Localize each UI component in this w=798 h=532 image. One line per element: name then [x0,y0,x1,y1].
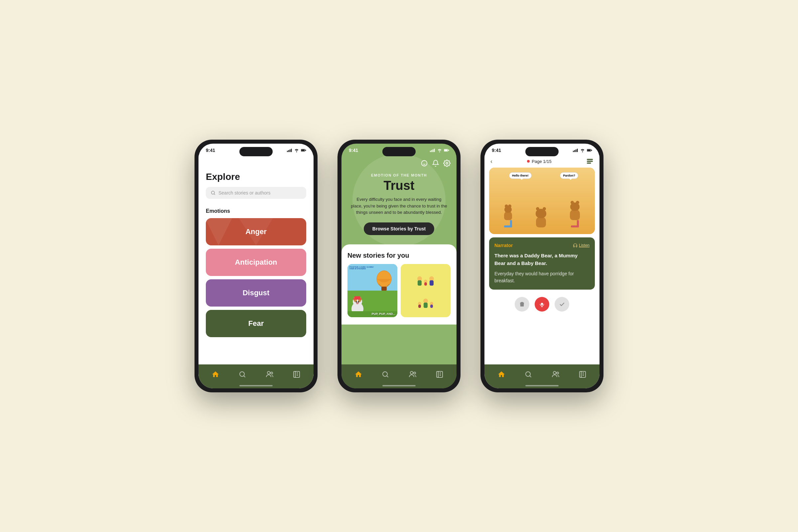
emotion-month-label: EMOTION OF THE MONTH [341,173,457,177]
book-icon-2 [436,370,443,378]
svg-point-47 [541,303,543,305]
trust-description: Every difficulty you face and in every w… [341,196,457,216]
trust-main: EMOTION OF THE MONTH Trust Every difficu… [341,173,457,235]
svg-rect-32 [353,299,362,300]
svg-rect-1 [288,150,289,152]
back-button[interactable]: ‹ [491,158,492,165]
main-bear-body [536,217,546,227]
nav-book-3[interactable] [578,370,587,378]
signal-icon-1 [287,148,292,152]
search-nav-icon-1 [239,370,246,378]
narrator-header: Narrator Listen [494,243,590,248]
search-icon-1 [210,190,216,195]
bell-icon-2[interactable] [432,159,439,167]
svg-rect-44 [587,159,593,160]
nav-search-3[interactable] [524,370,532,378]
nav-home-2[interactable] [355,370,362,378]
dynamic-island-3 [525,147,558,156]
next-button[interactable] [555,297,569,311]
nav-home-1[interactable] [211,370,220,378]
battery-icon-1 [301,148,306,152]
nav-bar-2 [341,364,457,388]
battery-icon-2 [444,148,449,152]
mic-icon [539,301,545,307]
emotion-card-fear[interactable]: Fear [206,310,306,337]
main-bear [536,209,546,227]
story-cards-row: POSTER CARD GAME! OVER 30 STICKERS! [347,264,451,317]
listen-button[interactable]: Listen [573,243,590,248]
record-button[interactable] [535,297,549,311]
search-placeholder-1: Search stories or authors [218,190,270,195]
figure-6 [430,302,433,308]
explore-title: Explore [206,172,306,182]
main-bear-head [536,209,546,218]
red-chair-bear-head [570,203,580,211]
home-indicator-2 [382,385,416,386]
svg-rect-40 [577,149,578,152]
nav-book-1[interactable] [292,370,301,378]
people-icon-3 [552,370,559,378]
small-bear [504,206,512,220]
figure-5 [423,299,428,308]
nav-home-3[interactable] [497,370,506,378]
emotion-icon-2[interactable] [421,159,428,167]
status-time-1: 9:41 [206,148,215,153]
search-nav-icon-3 [524,370,532,378]
nav-search-1[interactable] [239,370,246,378]
nav-people-2[interactable] [408,370,417,378]
svg-rect-18 [448,150,449,151]
svg-point-30 [356,302,359,304]
white-section: New stories for you POSTER CARD GAME! OV… [341,244,457,324]
status-icons-3 [573,148,592,152]
previous-button[interactable] [515,297,529,311]
status-icons-1 [287,148,306,152]
emotion-label-anticipation: Anticipation [235,258,277,267]
phone3-main: Narrator Listen There was a Daddy Bear, … [484,234,600,314]
nav-search-2[interactable] [381,370,390,378]
svg-rect-42 [587,149,590,151]
emotion-card-disgust[interactable]: Disgust [206,279,306,307]
reader-menu-icon[interactable] [586,158,593,165]
book2-illustration [401,264,451,317]
reader-controls [484,293,600,314]
story-card-1[interactable]: POSTER CARD GAME! OVER 30 STICKERS! [347,264,397,317]
home-indicator-1 [240,385,273,386]
browse-stories-button[interactable]: Browse Stories by Trust [364,223,434,235]
nav-bar-1 [198,364,314,388]
gear-icon-2[interactable] [443,159,451,167]
characters-row-2 [418,299,433,308]
standing-bear [536,209,546,227]
emotion-label-disgust: Disgust [243,289,270,297]
search-bar[interactable]: Search stories or authors [206,187,306,199]
svg-point-9 [267,372,270,374]
bears-scene: Hello there! Pardon? [489,168,595,234]
nav-people-3[interactable] [552,370,559,378]
emotion-card-anticipation[interactable]: Anticipation [206,249,306,276]
phone-1: 9:41 Explore Search stories or authors [194,140,318,392]
svg-rect-14 [433,149,434,152]
phone1-content: Explore Search stories or authors Emotio… [198,155,314,376]
listen-label: Listen [579,243,590,248]
balloon-svg [374,267,394,297]
nav-book-2[interactable] [436,370,443,378]
emotion-label-fear: Fear [248,319,264,328]
svg-point-7 [211,191,214,194]
svg-rect-6 [305,150,306,151]
trash-icon [519,301,525,307]
wifi-icon-1 [294,148,299,152]
svg-rect-39 [575,149,576,152]
reader-header: ‹ Page 1/15 [484,155,600,168]
battery-icon-3 [587,148,592,152]
story-card-2[interactable] [401,264,451,317]
status-time-2: 9:41 [349,148,358,153]
svg-rect-5 [301,149,305,151]
red-chair-bear-body [570,209,580,220]
svg-rect-3 [291,149,292,152]
nav-people-1[interactable] [266,370,274,378]
svg-point-50 [557,372,558,374]
page-indicator-text: Page 1/15 [532,159,551,164]
svg-point-33 [383,372,387,376]
svg-point-8 [240,372,244,376]
emotion-card-anger[interactable]: Anger [206,218,306,245]
svg-rect-43 [591,150,592,151]
